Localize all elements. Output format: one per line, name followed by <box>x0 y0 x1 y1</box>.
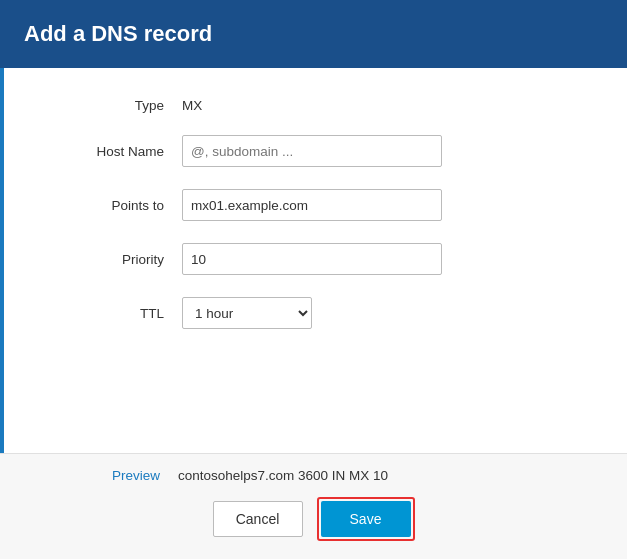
type-value: MX <box>182 98 202 113</box>
type-label: Type <box>64 98 164 113</box>
cancel-button[interactable]: Cancel <box>213 501 303 537</box>
hostname-row: Host Name <box>64 135 567 167</box>
ttl-row: TTL 1 hour 30 minutes 1 day Custom <box>64 297 567 329</box>
hostname-label: Host Name <box>64 144 164 159</box>
points-to-row: Points to <box>64 189 567 221</box>
header: Add a DNS record <box>0 0 627 68</box>
save-button-wrapper: Save <box>317 497 415 541</box>
form-container: Type MX Host Name Points to Priority TTL… <box>0 68 627 453</box>
save-button[interactable]: Save <box>321 501 411 537</box>
points-to-input[interactable] <box>182 189 442 221</box>
button-row: Cancel Save <box>60 497 567 541</box>
priority-label: Priority <box>64 252 164 267</box>
ttl-select[interactable]: 1 hour 30 minutes 1 day Custom <box>182 297 312 329</box>
page-wrapper: Add a DNS record Type MX Host Name Point… <box>0 0 627 559</box>
preview-label: Preview <box>60 468 160 483</box>
hostname-input[interactable] <box>182 135 442 167</box>
priority-input[interactable] <box>182 243 442 275</box>
page-title: Add a DNS record <box>24 21 212 47</box>
preview-value: contosohelps7.com 3600 IN MX 10 <box>178 468 388 483</box>
footer-section: Preview contosohelps7.com 3600 IN MX 10 … <box>0 453 627 559</box>
priority-row: Priority <box>64 243 567 275</box>
type-row: Type MX <box>64 98 567 113</box>
points-to-label: Points to <box>64 198 164 213</box>
preview-row: Preview contosohelps7.com 3600 IN MX 10 <box>60 468 567 483</box>
ttl-label: TTL <box>64 306 164 321</box>
